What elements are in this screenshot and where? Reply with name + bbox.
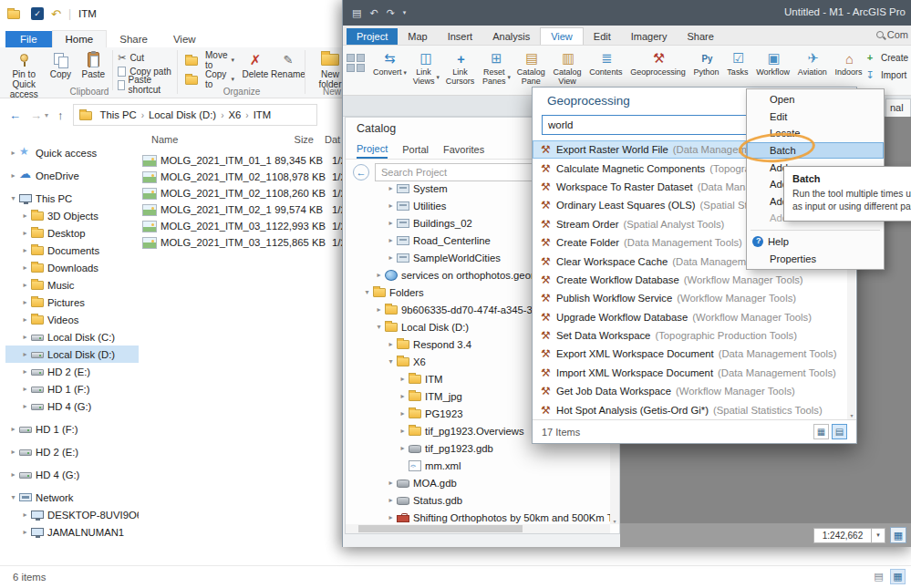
arcgis-ribbon-tab[interactable]: Project bbox=[347, 28, 398, 45]
geoprocessing-result[interactable]: Create Workflow Database (Workflow Manag… bbox=[533, 271, 846, 289]
tree-chevron-icon[interactable]: ▾ bbox=[361, 288, 373, 296]
tree-chevron-icon[interactable]: ▸ bbox=[7, 171, 19, 180]
undo-icon[interactable]: ↶ bbox=[369, 7, 378, 19]
tree-chevron-icon[interactable]: ▾ bbox=[7, 194, 19, 202]
geoprocessing-result[interactable]: Set Data Workspace (Topographic Producti… bbox=[533, 326, 846, 345]
ribbon-button[interactable]: Reset Panes▾ bbox=[480, 47, 513, 88]
sidebar-item[interactable]: ▸ Music bbox=[5, 276, 139, 294]
tree-chevron-icon[interactable]: ▸ bbox=[385, 513, 397, 521]
breadcrumb-item[interactable]: ITM bbox=[254, 109, 271, 120]
qat-dropdown-icon[interactable]: ▾ bbox=[403, 9, 407, 16]
ribbon-small-button[interactable]: Import bbox=[863, 68, 908, 81]
tree-chevron-icon[interactable]: ▾ bbox=[7, 493, 19, 501]
qat-check-icon[interactable]: ✓ bbox=[31, 7, 44, 20]
geoprocessing-result[interactable]: Get Job Data Workspace (Workflow Manager… bbox=[533, 382, 846, 400]
tree-chevron-icon[interactable]: ▸ bbox=[19, 385, 31, 393]
command-search[interactable]: Com bbox=[876, 29, 908, 40]
context-menu-item[interactable]: Edit bbox=[747, 108, 884, 126]
catalog-tree-item[interactable]: ▸ Status.gdb bbox=[347, 491, 610, 509]
arcgis-ribbon-tab[interactable]: Imagery bbox=[621, 28, 678, 45]
tree-chevron-icon[interactable]: ▸ bbox=[373, 271, 385, 279]
tree-chevron-icon[interactable]: ▸ bbox=[19, 246, 31, 254]
sidebar-item[interactable]: ▸ HD 2 (E:) bbox=[5, 363, 139, 380]
tree-chevron-icon[interactable]: ▸ bbox=[19, 211, 31, 220]
tree-chevron-icon[interactable]: ▸ bbox=[397, 392, 409, 400]
file-row[interactable]: MOLG_2021_ITM_02_18.tif 99,574 KB 1/2 bbox=[142, 201, 365, 218]
sidebar-item[interactable]: ▸ Local Disk (C:) bbox=[5, 328, 139, 346]
breadcrumb-item[interactable]: This PC bbox=[100, 109, 137, 120]
arcgis-ribbon-tab[interactable]: Map bbox=[398, 28, 437, 45]
sidebar-item[interactable]: ▸ JAMALNUMAN1 bbox=[5, 523, 139, 541]
context-menu-item[interactable]: Properties bbox=[747, 250, 884, 267]
tree-chevron-icon[interactable]: ▾ bbox=[385, 357, 397, 366]
context-menu-item[interactable]: Batch bbox=[747, 142, 884, 160]
explorer-ribbon-tab[interactable]: File bbox=[5, 31, 52, 47]
tree-chevron-icon[interactable]: ▸ bbox=[385, 496, 397, 504]
column-date[interactable]: Dat bbox=[325, 134, 340, 145]
geoprocessing-result[interactable]: Export XML Workspace Document (Data Mana… bbox=[533, 345, 846, 363]
tree-chevron-icon[interactable]: ▸ bbox=[19, 263, 31, 272]
catalog-tab[interactable]: Favorites bbox=[443, 141, 484, 158]
sidebar-item[interactable]: ▸ Quick access bbox=[5, 144, 139, 161]
tree-chevron-icon[interactable]: ▸ bbox=[385, 184, 397, 192]
tree-chevron-icon[interactable]: ▸ bbox=[385, 236, 397, 244]
explorer-ribbon-tab[interactable]: View bbox=[160, 31, 209, 47]
file-row[interactable]: MOLG_2021_ITM_02_16.tif 108,978 KB 1/2 bbox=[142, 169, 365, 185]
sidebar-item[interactable]: ▸ OneDrive bbox=[5, 167, 139, 184]
tree-chevron-icon[interactable]: ▸ bbox=[19, 511, 31, 519]
file-row[interactable]: MOLG_2021_ITM_01_17.tif 89,345 KB 1/2 bbox=[142, 152, 365, 169]
move-to-button[interactable]: Move to ▾ bbox=[182, 52, 237, 68]
catalog-tree-item[interactable]: mm.xml bbox=[347, 457, 610, 474]
forward-arrow-icon[interactable]: → bbox=[30, 108, 42, 122]
catalog-back-button[interactable]: ← bbox=[353, 164, 369, 181]
tree-chevron-icon[interactable]: ▸ bbox=[19, 367, 31, 376]
sidebar-item[interactable]: ▸ 3D Objects bbox=[5, 207, 139, 224]
back-arrow-icon[interactable]: ← bbox=[9, 108, 21, 122]
map-view-tab[interactable]: nal bbox=[885, 98, 911, 117]
arcgis-ribbon-tab[interactable]: Edit bbox=[584, 28, 621, 45]
geoprocessing-result[interactable]: Publish Workflow Service (Workflow Manag… bbox=[533, 289, 846, 307]
ribbon-small-button[interactable]: Create bbox=[863, 51, 908, 64]
catalog-tab[interactable]: Project bbox=[357, 140, 388, 159]
map-scale-value[interactable]: 1:242,662 bbox=[813, 528, 872, 543]
map-locator-icon[interactable]: ▦ bbox=[890, 527, 906, 543]
sidebar-item[interactable]: ▾ This PC bbox=[5, 190, 139, 207]
sidebar-item[interactable]: ▸ Local Disk (D:) bbox=[5, 346, 139, 363]
ribbon-button[interactable]: Workflow bbox=[753, 47, 794, 88]
scroll-down-icon[interactable]: ▾ bbox=[847, 412, 856, 418]
arcgis-ribbon-tab[interactable]: Insert bbox=[438, 28, 483, 45]
redo-icon[interactable]: ↷ bbox=[387, 7, 395, 19]
sidebar-item[interactable]: ▸ DESKTOP-8UVI9O6 bbox=[5, 506, 139, 523]
tree-chevron-icon[interactable]: ▸ bbox=[397, 375, 409, 383]
tree-chevron-icon[interactable]: ▸ bbox=[385, 201, 397, 210]
catalog-tree-item[interactable]: ▸ Shifting Orthophotos by 50km and 500Km… bbox=[347, 509, 610, 524]
ribbon-button[interactable]: Contents bbox=[586, 47, 626, 88]
rename-button[interactable]: ✎ Rename bbox=[272, 47, 305, 79]
context-menu-item[interactable]: Open bbox=[747, 91, 884, 108]
geoprocessing-result[interactable]: Import XML Workspace Document (Data Mana… bbox=[533, 364, 846, 382]
sidebar-item[interactable]: ▸ HD 4 (G:) bbox=[5, 466, 139, 483]
ribbon-button[interactable]: Indoors bbox=[833, 47, 867, 88]
file-row[interactable]: MOLG_2021_ITM_03_16.tif 125,865 KB 1/2 bbox=[142, 234, 365, 251]
tree-chevron-icon[interactable]: ▸ bbox=[397, 427, 409, 435]
history-dropdown-icon[interactable]: ▾ bbox=[45, 111, 48, 119]
tree-chevron-icon[interactable]: ▸ bbox=[19, 229, 31, 237]
ribbon-button[interactable]: Link Cursors bbox=[443, 47, 479, 88]
delete-button[interactable]: ✗ Delete bbox=[239, 47, 272, 79]
context-menu-item[interactable]: Locate bbox=[747, 125, 884, 142]
file-row[interactable]: MOLG_2021_ITM_03_15.tif 122,993 KB 1/2 bbox=[142, 218, 365, 234]
context-menu-item[interactable] bbox=[751, 230, 880, 231]
grid-view-icon[interactable]: ▦ bbox=[813, 424, 829, 439]
tree-chevron-icon[interactable]: ▸ bbox=[7, 470, 19, 479]
tree-chevron-icon[interactable]: ▸ bbox=[19, 315, 31, 324]
sidebar-item[interactable]: ▸ HD 1 (F:) bbox=[5, 380, 139, 397]
sidebar-item[interactable]: ▸ Downloads bbox=[5, 259, 139, 276]
column-size[interactable]: Size bbox=[255, 134, 314, 145]
copy-to-button[interactable]: Copy to ▾ bbox=[182, 71, 237, 88]
sidebar-item[interactable]: ▸ HD 4 (G:) bbox=[5, 397, 139, 415]
ribbon-button[interactable]: Catalog Pane bbox=[514, 47, 550, 88]
scrollbar-thumb[interactable] bbox=[358, 525, 523, 532]
ribbon-button[interactable]: Catalog View bbox=[551, 47, 586, 88]
thumbnails-view-icon[interactable]: ▦ bbox=[890, 569, 906, 584]
arcgis-ribbon-tab[interactable]: Analysis bbox=[482, 28, 540, 45]
